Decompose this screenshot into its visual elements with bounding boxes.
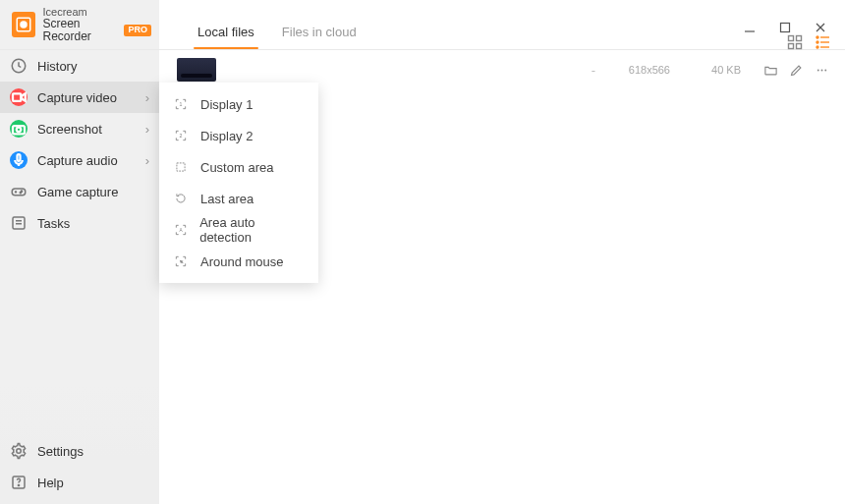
svg-point-10	[817, 36, 818, 38]
submenu-area-auto-detection[interactable]: A Area auto detection	[159, 214, 318, 246]
capture-video-submenu: 1 Display 1 2 Display 2 Custom area Last…	[159, 83, 318, 283]
sidebar-item-label: Settings	[37, 444, 149, 459]
svg-text:2: 2	[180, 133, 183, 139]
file-thumbnail	[177, 58, 216, 82]
svg-rect-39	[177, 163, 185, 171]
svg-point-35	[820, 69, 822, 71]
submenu-display-1[interactable]: 1 Display 1	[159, 88, 318, 120]
svg-point-12	[817, 41, 818, 43]
svg-marker-18	[22, 93, 26, 101]
svg-rect-6	[789, 36, 794, 41]
open-folder-button[interactable]	[762, 62, 778, 78]
svg-rect-3	[781, 24, 790, 32]
svg-rect-17	[13, 93, 21, 101]
file-duration: -	[588, 63, 599, 78]
app-logo-area: Icecream Screen Recorder PRO	[0, 0, 159, 49]
help-icon	[10, 474, 28, 491]
view-list-button[interactable]	[814, 33, 831, 51]
file-size: 40 KB	[682, 64, 741, 76]
gamepad-icon	[10, 183, 28, 200]
submenu-label: Around mouse	[200, 254, 284, 269]
sidebar-item-label: Screenshot	[37, 122, 136, 137]
svg-point-27	[20, 193, 21, 194]
submenu-custom-area[interactable]: Custom area	[159, 151, 318, 183]
sidebar-item-game-capture[interactable]: Game capture	[0, 176, 159, 207]
history-icon	[10, 57, 28, 75]
last-area-icon	[173, 191, 189, 206]
svg-rect-23	[12, 189, 26, 196]
window-close[interactable]	[814, 21, 827, 34]
sidebar-item-label: Capture video	[37, 90, 136, 105]
gear-icon	[10, 442, 28, 460]
auto-detect-icon: A	[173, 222, 188, 238]
custom-area-icon	[173, 159, 189, 175]
svg-point-34	[817, 69, 818, 71]
sidebar-item-label: Help	[37, 476, 149, 490]
submenu-last-area[interactable]: Last area	[159, 183, 318, 214]
submenu-label: Display 1	[200, 97, 253, 112]
svg-rect-21	[18, 154, 21, 161]
sidebar-item-history[interactable]: History	[0, 50, 159, 82]
svg-point-20	[17, 128, 22, 133]
sidebar-item-capture-audio[interactable]: Capture audio ›	[0, 144, 159, 176]
window-minimize[interactable]	[743, 21, 757, 34]
mic-icon	[10, 151, 28, 169]
svg-rect-9	[797, 44, 802, 49]
view-grid-button[interactable]	[786, 33, 804, 51]
svg-point-31	[17, 449, 22, 454]
svg-text:A: A	[179, 228, 183, 233]
svg-rect-8	[789, 44, 794, 49]
submenu-label: Area auto detection	[199, 215, 305, 245]
app-logo-icon	[12, 12, 35, 37]
window-maximize[interactable]	[778, 21, 792, 34]
submenu-label: Custom area	[200, 160, 273, 175]
display-1-icon: 1	[173, 96, 189, 112]
chevron-right-icon: ›	[145, 153, 149, 168]
video-icon	[10, 88, 28, 106]
sidebar-item-tasks[interactable]: Tasks	[0, 207, 159, 239]
app-name: Screen Recorder	[43, 18, 121, 43]
pro-badge: PRO	[124, 25, 151, 36]
edit-button[interactable]	[788, 62, 804, 78]
svg-point-33	[18, 484, 19, 485]
sidebar-item-label: Game capture	[37, 185, 149, 199]
chevron-right-icon: ›	[145, 90, 149, 105]
tasks-icon	[10, 214, 28, 232]
submenu-label: Display 2	[200, 129, 253, 143]
file-dimensions: 618x566	[611, 64, 670, 76]
tab-files-in-cloud[interactable]: Files in cloud	[268, 25, 370, 49]
sidebar-item-screenshot[interactable]: Screenshot ›	[0, 113, 159, 144]
submenu-display-2[interactable]: 2 Display 2	[159, 120, 318, 151]
display-2-icon: 2	[173, 128, 189, 143]
more-button[interactable]	[814, 62, 829, 78]
svg-point-14	[817, 46, 818, 48]
tab-local-files[interactable]: Local files	[184, 25, 268, 49]
sidebar-item-help[interactable]: Help	[0, 467, 159, 498]
sidebar-item-label: History	[37, 59, 149, 74]
sidebar-item-capture-video[interactable]: Capture video ›	[0, 82, 159, 113]
svg-rect-7	[797, 36, 802, 41]
around-mouse-icon	[173, 253, 189, 269]
svg-point-1	[21, 22, 27, 28]
sidebar-item-settings[interactable]: Settings	[0, 435, 159, 467]
camera-icon	[10, 120, 28, 138]
svg-point-36	[824, 69, 826, 71]
sidebar-item-label: Capture audio	[37, 153, 136, 168]
sidebar-item-label: Tasks	[37, 216, 149, 231]
submenu-around-mouse[interactable]: Around mouse	[159, 246, 318, 277]
svg-text:1: 1	[180, 101, 183, 107]
chevron-right-icon: ›	[145, 122, 149, 137]
submenu-label: Last area	[200, 192, 254, 206]
